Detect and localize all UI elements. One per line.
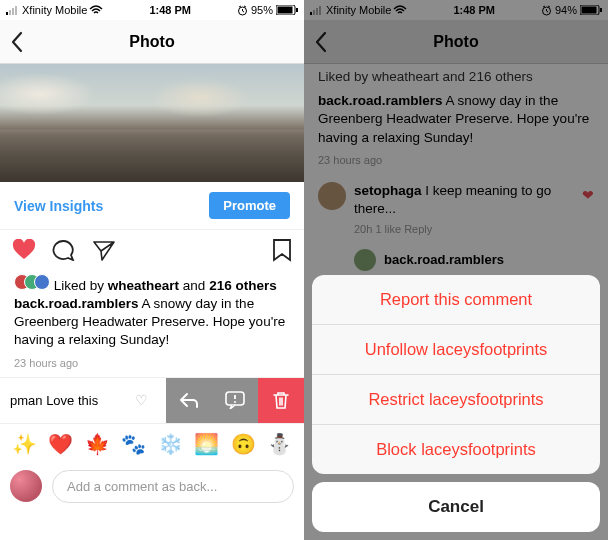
save-button[interactable] <box>272 238 292 262</box>
share-button[interactable] <box>92 239 116 261</box>
swipe-delete-button[interactable] <box>258 378 304 423</box>
comment-composer: Add a comment as back... <box>0 464 304 515</box>
post-image[interactable] <box>0 64 304 182</box>
page-title: Photo <box>34 33 270 51</box>
likes-prefix: Liked by <box>54 278 108 293</box>
like-button[interactable] <box>12 239 36 261</box>
my-avatar[interactable] <box>10 470 42 502</box>
post-caption: back.road.ramblers A snowy day in the Gr… <box>0 295 304 371</box>
wifi-icon <box>89 5 103 15</box>
reply-arrow-icon <box>179 391 199 409</box>
status-time: 1:48 PM <box>103 4 237 16</box>
comment-text: Love this <box>43 393 99 408</box>
svg-rect-1 <box>9 10 11 15</box>
likes-count: 216 others <box>209 278 277 293</box>
battery-icon <box>276 5 298 15</box>
paper-plane-icon <box>92 239 116 261</box>
likes-user: wheatheart <box>108 278 179 293</box>
battery-label: 95% <box>251 4 273 16</box>
restrict-option[interactable]: Restrict laceysfootprints <box>312 375 600 425</box>
speech-bubble-icon <box>52 239 76 261</box>
emoji-option[interactable]: 🐾 <box>121 432 146 456</box>
emoji-option[interactable]: 🍁 <box>85 432 110 456</box>
report-comment-option[interactable]: Report this comment <box>312 275 600 325</box>
emoji-option[interactable]: 🙃 <box>231 432 256 456</box>
likes-line[interactable]: Liked by wheatheart and 216 others <box>0 270 304 295</box>
action-sheet-group: Report this comment Unfollow laceysfootp… <box>312 275 600 474</box>
trash-icon <box>272 390 290 410</box>
promote-button[interactable]: Promote <box>209 192 290 219</box>
comment-button[interactable] <box>52 239 76 261</box>
bookmark-icon <box>272 238 292 262</box>
likes-and: and <box>179 278 209 293</box>
caption-time: 23 hours ago <box>14 356 290 371</box>
chevron-left-icon <box>10 31 24 53</box>
caption-user[interactable]: back.road.ramblers <box>14 296 139 311</box>
alarm-icon <box>237 5 248 16</box>
emoji-option[interactable]: ✨ <box>12 432 37 456</box>
svg-rect-2 <box>12 8 14 15</box>
nav-bar: Photo <box>0 20 304 64</box>
comment-swipe-row: pman Love this ♡ <box>0 377 304 423</box>
emoji-quick-row: ✨ ❤️ 🍁 🐾 ❄️ 🌅 🙃 ⛄ <box>0 423 304 464</box>
carrier-label: Xfinity Mobile <box>22 4 87 16</box>
post-actions <box>0 230 304 270</box>
svg-rect-7 <box>296 8 298 12</box>
emoji-option[interactable]: ❄️ <box>158 432 183 456</box>
unfollow-option[interactable]: Unfollow laceysfootprints <box>312 325 600 375</box>
swipe-report-button[interactable] <box>212 378 258 423</box>
svg-point-9 <box>234 401 236 403</box>
emoji-option[interactable]: ⛄ <box>267 432 292 456</box>
comment-input[interactable]: Add a comment as back... <box>52 470 294 503</box>
cancel-button[interactable]: Cancel <box>312 482 600 532</box>
emoji-option[interactable]: ❤️ <box>48 432 73 456</box>
insights-row: View Insights Promote <box>0 182 304 230</box>
svg-rect-6 <box>278 7 293 14</box>
swipe-reply-button[interactable] <box>166 378 212 423</box>
warning-bubble-icon <box>224 391 246 409</box>
block-option[interactable]: Block laceysfootprints <box>312 425 600 474</box>
screen-left: Xfinity Mobile 1:48 PM 95% Photo View In… <box>0 0 304 540</box>
svg-rect-0 <box>6 12 8 15</box>
like-avatars <box>14 274 50 290</box>
comment-item[interactable]: pman Love this ♡ <box>0 378 166 423</box>
signal-icon <box>6 5 20 15</box>
action-sheet: Report this comment Unfollow laceysfootp… <box>312 275 600 532</box>
back-button[interactable] <box>10 31 34 53</box>
emoji-option[interactable]: 🌅 <box>194 432 219 456</box>
comment-user: pman <box>10 393 43 408</box>
status-bar: Xfinity Mobile 1:48 PM 95% <box>0 0 304 20</box>
svg-rect-3 <box>15 6 17 15</box>
screen-right: Xfinity Mobile 1:48 PM 94% Photo Liked b… <box>304 0 608 540</box>
comment-like-icon[interactable]: ♡ <box>135 392 148 408</box>
view-insights-link[interactable]: View Insights <box>14 198 103 214</box>
